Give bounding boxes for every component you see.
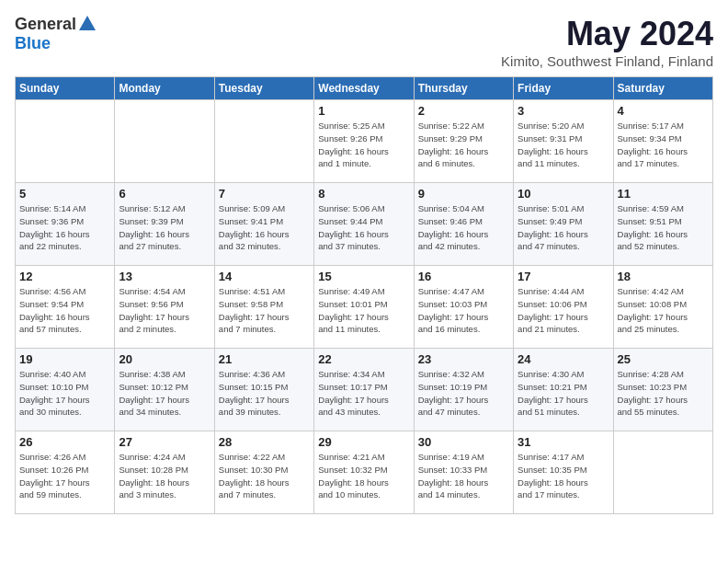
calendar-cell: 10Sunrise: 5:01 AM Sunset: 9:49 PM Dayli… xyxy=(514,183,613,266)
day-number: 13 xyxy=(119,270,210,283)
calendar-week-row: 12Sunrise: 4:56 AM Sunset: 9:54 PM Dayli… xyxy=(16,266,713,349)
month-title: May 2024 xyxy=(501,15,713,53)
weekday-header-sunday: Sunday xyxy=(16,77,115,100)
day-number: 5 xyxy=(19,187,110,201)
weekday-header-monday: Monday xyxy=(115,77,214,100)
weekday-header-saturday: Saturday xyxy=(613,77,712,100)
day-info: Sunrise: 5:22 AM Sunset: 9:29 PM Dayligh… xyxy=(418,120,509,170)
day-number: 16 xyxy=(418,270,509,283)
day-info: Sunrise: 5:06 AM Sunset: 9:44 PM Dayligh… xyxy=(318,202,409,253)
calendar-week-row: 19Sunrise: 4:40 AM Sunset: 10:10 PM Dayl… xyxy=(16,349,713,431)
calendar-cell: 12Sunrise: 4:56 AM Sunset: 9:54 PM Dayli… xyxy=(16,266,115,349)
day-number: 23 xyxy=(418,352,509,366)
day-info: Sunrise: 5:04 AM Sunset: 9:46 PM Dayligh… xyxy=(418,202,509,253)
day-info: Sunrise: 4:32 AM Sunset: 10:19 PM Daylig… xyxy=(418,368,509,419)
calendar-week-row: 26Sunrise: 4:26 AM Sunset: 10:26 PM Dayl… xyxy=(16,431,713,514)
day-info: Sunrise: 5:17 AM Sunset: 9:34 PM Dayligh… xyxy=(618,120,709,170)
day-info: Sunrise: 4:34 AM Sunset: 10:17 PM Daylig… xyxy=(318,368,409,419)
day-info: Sunrise: 4:40 AM Sunset: 10:10 PM Daylig… xyxy=(19,368,110,419)
weekday-header-wednesday: Wednesday xyxy=(314,77,414,100)
day-info: Sunrise: 4:47 AM Sunset: 10:03 PM Daylig… xyxy=(418,285,509,336)
day-number: 11 xyxy=(618,187,709,201)
day-number: 19 xyxy=(19,352,110,366)
day-info: Sunrise: 4:36 AM Sunset: 10:15 PM Daylig… xyxy=(219,368,310,419)
calendar-cell xyxy=(613,431,712,514)
calendar-cell: 30Sunrise: 4:19 AM Sunset: 10:33 PM Dayl… xyxy=(414,431,513,514)
calendar-cell: 20Sunrise: 4:38 AM Sunset: 10:12 PM Dayl… xyxy=(115,349,214,431)
logo-general: General xyxy=(15,15,76,34)
day-number: 12 xyxy=(19,270,110,283)
calendar-cell: 22Sunrise: 4:34 AM Sunset: 10:17 PM Dayl… xyxy=(314,349,414,431)
calendar-cell: 1Sunrise: 5:25 AM Sunset: 9:26 PM Daylig… xyxy=(314,100,414,183)
calendar-cell: 19Sunrise: 4:40 AM Sunset: 10:10 PM Dayl… xyxy=(16,349,115,431)
logo: General Blue xyxy=(15,15,96,53)
calendar-cell: 26Sunrise: 4:26 AM Sunset: 10:26 PM Dayl… xyxy=(16,431,115,514)
calendar-cell xyxy=(115,100,214,183)
day-number: 17 xyxy=(518,270,609,283)
calendar-cell: 6Sunrise: 5:12 AM Sunset: 9:39 PM Daylig… xyxy=(115,183,214,266)
calendar-cell: 24Sunrise: 4:30 AM Sunset: 10:21 PM Dayl… xyxy=(514,349,613,431)
day-info: Sunrise: 4:42 AM Sunset: 10:08 PM Daylig… xyxy=(618,285,709,336)
day-number: 3 xyxy=(518,104,609,118)
day-info: Sunrise: 4:30 AM Sunset: 10:21 PM Daylig… xyxy=(518,368,609,419)
calendar-cell: 2Sunrise: 5:22 AM Sunset: 9:29 PM Daylig… xyxy=(414,100,513,183)
day-number: 30 xyxy=(418,435,509,449)
day-number: 26 xyxy=(19,435,110,449)
day-number: 28 xyxy=(219,435,310,449)
calendar-cell: 31Sunrise: 4:17 AM Sunset: 10:35 PM Dayl… xyxy=(514,431,613,514)
day-info: Sunrise: 4:19 AM Sunset: 10:33 PM Daylig… xyxy=(418,451,509,501)
day-info: Sunrise: 5:12 AM Sunset: 9:39 PM Dayligh… xyxy=(119,202,210,253)
day-info: Sunrise: 4:51 AM Sunset: 9:58 PM Dayligh… xyxy=(219,285,310,336)
day-number: 22 xyxy=(318,352,409,366)
day-number: 6 xyxy=(119,187,210,201)
weekday-header-row: SundayMondayTuesdayWednesdayThursdayFrid… xyxy=(16,77,713,100)
day-number: 7 xyxy=(219,187,310,201)
calendar-cell: 28Sunrise: 4:22 AM Sunset: 10:30 PM Dayl… xyxy=(214,431,313,514)
day-number: 18 xyxy=(618,270,709,283)
day-number: 1 xyxy=(318,104,409,118)
calendar-cell: 21Sunrise: 4:36 AM Sunset: 10:15 PM Dayl… xyxy=(214,349,313,431)
day-info: Sunrise: 4:54 AM Sunset: 9:56 PM Dayligh… xyxy=(119,285,210,336)
day-info: Sunrise: 4:59 AM Sunset: 9:51 PM Dayligh… xyxy=(618,202,709,253)
calendar-cell: 16Sunrise: 4:47 AM Sunset: 10:03 PM Dayl… xyxy=(414,266,513,349)
day-info: Sunrise: 4:17 AM Sunset: 10:35 PM Daylig… xyxy=(518,451,609,501)
logo-blue: Blue xyxy=(15,34,51,52)
day-number: 4 xyxy=(618,104,709,118)
day-info: Sunrise: 4:56 AM Sunset: 9:54 PM Dayligh… xyxy=(19,285,110,336)
weekday-header-tuesday: Tuesday xyxy=(214,77,313,100)
calendar-cell: 14Sunrise: 4:51 AM Sunset: 9:58 PM Dayli… xyxy=(214,266,313,349)
day-number: 14 xyxy=(219,270,310,283)
calendar-table: SundayMondayTuesdayWednesdayThursdayFrid… xyxy=(15,76,713,514)
calendar-cell: 3Sunrise: 5:20 AM Sunset: 9:31 PM Daylig… xyxy=(514,100,613,183)
calendar-cell xyxy=(214,100,313,183)
day-number: 8 xyxy=(318,187,409,201)
calendar-cell: 17Sunrise: 4:44 AM Sunset: 10:06 PM Dayl… xyxy=(514,266,613,349)
calendar-cell: 11Sunrise: 4:59 AM Sunset: 9:51 PM Dayli… xyxy=(613,183,712,266)
day-info: Sunrise: 4:38 AM Sunset: 10:12 PM Daylig… xyxy=(119,368,210,419)
day-info: Sunrise: 5:01 AM Sunset: 9:49 PM Dayligh… xyxy=(518,202,609,253)
calendar-cell: 18Sunrise: 4:42 AM Sunset: 10:08 PM Dayl… xyxy=(613,266,712,349)
title-block: May 2024 Kimito, Southwest Finland, Finl… xyxy=(501,15,713,69)
day-info: Sunrise: 4:44 AM Sunset: 10:06 PM Daylig… xyxy=(518,285,609,336)
day-number: 24 xyxy=(518,352,609,366)
day-info: Sunrise: 4:49 AM Sunset: 10:01 PM Daylig… xyxy=(318,285,409,336)
day-number: 9 xyxy=(418,187,509,201)
calendar-cell: 27Sunrise: 4:24 AM Sunset: 10:28 PM Dayl… xyxy=(115,431,214,514)
day-info: Sunrise: 4:28 AM Sunset: 10:23 PM Daylig… xyxy=(618,368,709,419)
day-number: 10 xyxy=(518,187,609,201)
page-header: General Blue May 2024 Kimito, Southwest … xyxy=(15,15,713,69)
day-info: Sunrise: 5:25 AM Sunset: 9:26 PM Dayligh… xyxy=(318,120,409,170)
day-number: 25 xyxy=(618,352,709,366)
day-number: 27 xyxy=(119,435,210,449)
day-number: 2 xyxy=(418,104,509,118)
calendar-cell: 5Sunrise: 5:14 AM Sunset: 9:36 PM Daylig… xyxy=(16,183,115,266)
calendar-cell: 7Sunrise: 5:09 AM Sunset: 9:41 PM Daylig… xyxy=(214,183,313,266)
day-info: Sunrise: 5:14 AM Sunset: 9:36 PM Dayligh… xyxy=(19,202,110,253)
calendar-cell: 15Sunrise: 4:49 AM Sunset: 10:01 PM Dayl… xyxy=(314,266,414,349)
day-info: Sunrise: 4:24 AM Sunset: 10:28 PM Daylig… xyxy=(119,451,210,501)
calendar-cell: 29Sunrise: 4:21 AM Sunset: 10:32 PM Dayl… xyxy=(314,431,414,514)
day-info: Sunrise: 4:26 AM Sunset: 10:26 PM Daylig… xyxy=(19,451,110,501)
logo-icon xyxy=(79,16,96,30)
day-number: 31 xyxy=(518,435,609,449)
weekday-header-friday: Friday xyxy=(514,77,613,100)
